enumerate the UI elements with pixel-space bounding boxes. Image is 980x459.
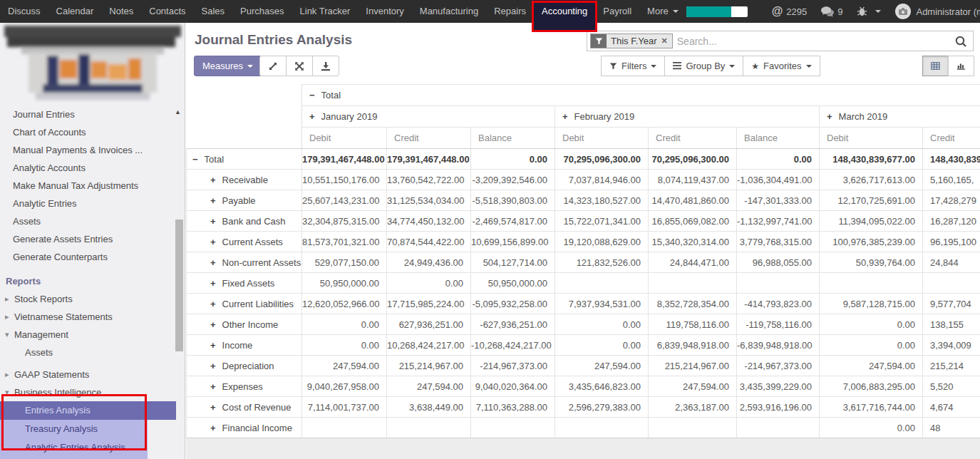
sidebar-item-analytic-entries-analysis[interactable]: Analytic Entries Analysis	[0, 438, 148, 457]
measures-button[interactable]: Measures	[194, 56, 262, 76]
pivot-row-header-current-liabilities[interactable]: +Current Liabilities	[187, 294, 302, 314]
pivot-row-header-non-current-assets[interactable]: +Non-current Assets	[187, 252, 302, 273]
expand-icon	[268, 61, 278, 71]
search-facet[interactable]: This F.Year ✕	[590, 33, 673, 48]
pivot-measure-header-balance[interactable]: Balance	[471, 128, 555, 149]
app-menu-manufacturing[interactable]: Manufacturing	[412, 0, 486, 23]
pivot-row-header-expenses[interactable]: +Expenses	[187, 376, 302, 397]
pivot-col-header-february-2019[interactable]: +February 2019	[555, 106, 820, 128]
pivot-row-header-other-income[interactable]: +Other Income	[187, 314, 302, 335]
pivot-measure-header-balance[interactable]: Balance	[737, 128, 820, 149]
pivot-row-header-receivable[interactable]: +Receivable	[187, 170, 302, 190]
pivot-row-header-total[interactable]: −Total	[187, 149, 302, 170]
message-count: 9	[837, 6, 842, 17]
sidebar-item-label: Entries Analysis	[25, 405, 91, 416]
app-menu: DiscussCalendarNotesContactsSalesPurchas…	[0, 0, 639, 23]
progress-fill	[686, 6, 732, 17]
sidebar-item-label: Analytic Accounts	[13, 163, 86, 173]
pivot-row-header-income[interactable]: +Income	[187, 335, 302, 356]
scroll-up-icon[interactable]: ▲	[175, 108, 181, 115]
app-menu-link-tracker[interactable]: Link Tracker	[292, 0, 359, 23]
sidebar-item-assets[interactable]: Assets	[0, 344, 185, 361]
app-menu-accounting[interactable]: Accounting	[534, 0, 595, 23]
pivot-col-header-march-2019[interactable]: +March 2019	[820, 106, 980, 128]
app-menu-notes[interactable]: Notes	[101, 0, 141, 23]
group-by-button[interactable]: Group By	[664, 56, 743, 76]
sidebar-item-chart-of-accounts[interactable]: Chart of Accounts	[0, 123, 185, 141]
pivot-measure-header-debit[interactable]: Debit	[820, 128, 923, 149]
pivot-measure-header-debit[interactable]: Debit	[555, 128, 649, 149]
pivot-row-header-current-assets[interactable]: +Current Assets	[187, 232, 302, 252]
more-menu[interactable]: More	[639, 0, 686, 23]
sidebar-item-journal-entries[interactable]: Journal Entries	[0, 105, 185, 123]
pivot-cell: 96,195,100	[923, 232, 980, 252]
pivot-row-header-fixed-assets[interactable]: +Fixed Assets	[187, 273, 302, 294]
app-menu-calendar[interactable]: Calendar	[48, 0, 102, 23]
remove-facet-icon[interactable]: ✕	[661, 36, 668, 46]
sidebar-item-generate-assets-entries[interactable]: Generate Assets Entries	[0, 230, 185, 248]
sidebar-item-analytic-entries[interactable]: Analytic Entries	[0, 195, 185, 212]
pivot-col-header-total[interactable]: −Total	[302, 85, 980, 106]
sidebar-scrollbar[interactable]	[175, 220, 183, 351]
activities-menu[interactable]: @ 2295	[765, 0, 815, 23]
debug-menu[interactable]	[850, 0, 888, 23]
collapse-icon: −	[309, 90, 315, 100]
pivot-cell: 179,391,467,448.00	[302, 149, 387, 170]
pivot-cell: -627,936,251.00	[471, 314, 555, 335]
pivot-cell	[820, 273, 923, 294]
pivot-measure-header-debit[interactable]: Debit	[302, 128, 387, 149]
sidebar-item-assets[interactable]: Assets	[0, 212, 185, 230]
at-icon: @	[772, 5, 783, 18]
comments-icon	[821, 6, 834, 17]
sidebar-item-vietnamese-statements[interactable]: ▸Vietnamese Statements	[0, 308, 185, 326]
expand-icon: +	[309, 111, 315, 122]
filters-button[interactable]: Filters	[601, 56, 665, 76]
sidebar-item-management[interactable]: ▾Management	[0, 326, 185, 344]
pivot-col-header-january-2019[interactable]: +January 2019	[302, 106, 555, 128]
search-icon[interactable]	[954, 35, 967, 48]
pivot-cell: 15,340,320,314.00	[649, 232, 737, 252]
pivot-view-button[interactable]	[922, 56, 949, 76]
app-menu-sales[interactable]: Sales	[194, 0, 233, 23]
pivot-cell: 96,988,055.00	[737, 252, 820, 273]
graph-view-button[interactable]	[948, 56, 974, 76]
sidebar-item-treasury-analysis[interactable]: Treasury Analysis	[0, 420, 148, 438]
pivot-row-header-payable[interactable]: +Payable	[187, 190, 302, 211]
app-menu-repairs[interactable]: Repairs	[486, 0, 534, 23]
app-menu-contacts[interactable]: Contacts	[141, 0, 193, 23]
sidebar-item-make-manual-tax-adjustments[interactable]: Make Manual Tax Adjustments	[0, 177, 185, 195]
pivot-measure-header-credit[interactable]: Credit	[649, 128, 737, 149]
expand-all-button[interactable]	[259, 56, 287, 76]
favorites-button[interactable]: ★ Favorites	[743, 56, 820, 76]
pivot-row-header-bank-and-cash[interactable]: +Bank and Cash	[187, 211, 302, 232]
sidebar-item-manual-payments-invoices[interactable]: Manual Payments & Invoices ...	[0, 141, 185, 159]
pivot-cell	[471, 418, 555, 438]
pivot-cell: 50,939,764.00	[820, 252, 923, 273]
app-menu-discuss[interactable]: Discuss	[0, 0, 48, 23]
sidebar-item-gaap-statements[interactable]: ▸GAAP Statements	[0, 366, 185, 383]
app-menu-inventory[interactable]: Inventory	[358, 0, 411, 23]
user-menu[interactable]: Administrator (mknwyp...	[888, 0, 980, 23]
sidebar-item-generate-counterparts[interactable]: Generate Counterparts	[0, 248, 185, 266]
pivot-cell	[923, 273, 980, 294]
sidebar-item-entries-analysis[interactable]: Entries Analysis	[0, 401, 176, 420]
pivot-cell: 9,587,128,715.00	[820, 294, 923, 314]
attendance-progress-bar[interactable]	[686, 6, 748, 17]
search-input[interactable]	[677, 36, 954, 47]
pivot-cell: 179,391,467,448.00	[387, 149, 471, 170]
pivot-measure-header-credit[interactable]: Credit	[923, 128, 980, 149]
pivot-row-header-cost-of-revenue[interactable]: +Cost of Revenue	[187, 397, 302, 418]
pivot-row-header-financial-income[interactable]: +Financial Income	[187, 418, 302, 438]
sidebar-item-business-intelligence[interactable]: ▾Business Intelligence	[0, 383, 185, 401]
sidebar-item-analytic-accounts[interactable]: Analytic Accounts	[0, 159, 185, 177]
pivot-measure-header-credit[interactable]: Credit	[387, 128, 471, 149]
download-button[interactable]	[312, 56, 339, 76]
pivot-row-header-depreciation[interactable]: +Depreciation	[187, 356, 302, 376]
flip-axis-button[interactable]	[286, 56, 313, 76]
pivot-cell: 3,617,716,744.00	[820, 397, 923, 418]
app-menu-purchases[interactable]: Purchases	[232, 0, 292, 23]
bar-chart-icon	[956, 61, 966, 71]
messages-menu[interactable]: 9	[814, 0, 850, 23]
sidebar-item-stock-reports[interactable]: ▸Stock Reports	[0, 290, 185, 308]
app-menu-payroll[interactable]: Payroll	[595, 0, 639, 23]
